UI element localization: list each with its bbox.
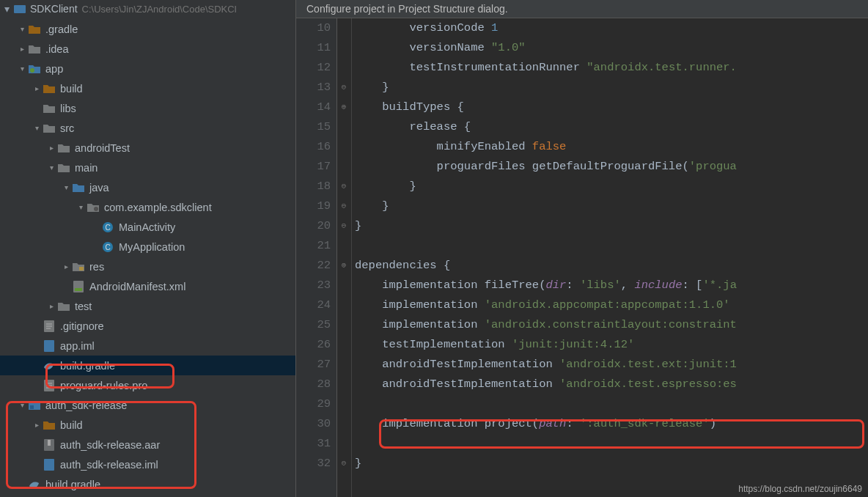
chevron-down-icon[interactable]: ▾	[45, 162, 57, 174]
tree-item-src[interactable]: ▾src	[0, 118, 295, 138]
tree-item-build-gradle[interactable]: build.gradle	[0, 474, 295, 494]
tree-item-auth-sdk-release-iml[interactable]: auth_sdk-release.iml	[0, 454, 295, 474]
line-number: 26	[305, 335, 331, 355]
fold-marker-icon[interactable]: ⊖	[339, 459, 348, 468]
tree-item-build-gradle[interactable]: build.gradle	[0, 356, 295, 375]
tree-item-label: proguard-rules.pro	[60, 380, 147, 391]
tree-item-label: build	[60, 83, 83, 95]
tree-item-test[interactable]: ▸test	[0, 296, 295, 316]
tree-item-res[interactable]: ▸res	[0, 257, 295, 276]
tree-item--gitignore[interactable]: .gitignore	[0, 316, 295, 336]
chevron-down-icon[interactable]: ▾	[75, 202, 87, 213]
chevron-right-icon[interactable]: ▸	[31, 419, 43, 431]
tree-item-proguard-rules-pro[interactable]: proguard-rules.pro	[0, 375, 295, 395]
line-number: 21	[305, 236, 331, 256]
code-line[interactable]	[355, 394, 868, 414]
chevron-down-icon[interactable]: ▾	[16, 23, 28, 35]
tree-item-app[interactable]: ▾app	[0, 59, 295, 78]
tree-item-libs[interactable]: libs	[0, 98, 295, 118]
fold-marker-icon[interactable]: ⊕	[339, 103, 348, 111]
tree-item-label: build.gradle	[45, 479, 100, 490]
svg-rect-14	[44, 340, 54, 352]
tree-item-build[interactable]: ▸build	[0, 78, 295, 98]
tree-item-androidtest[interactable]: ▸androidTest	[0, 138, 295, 158]
chevron-down-icon[interactable]: ▾	[31, 122, 43, 134]
fold-column[interactable]: ⊖⊕⊖⊖⊖⊕⊖	[337, 18, 352, 497]
tree-item-label: .gitignore	[60, 320, 104, 332]
code-line[interactable]: androidTestImplementation 'androidx.test…	[355, 375, 868, 394]
code-line[interactable]: androidTestImplementation 'androidx.test…	[355, 355, 868, 375]
project-icon	[14, 4, 26, 14]
fold-marker-icon[interactable]: ⊖	[339, 221, 348, 230]
chevron-down-icon[interactable]: ▾	[16, 400, 28, 411]
line-number: 32	[305, 454, 331, 474]
tree-item-myapplication[interactable]: CMyApplication	[0, 237, 295, 257]
tree-item-java[interactable]: ▾java	[0, 177, 295, 197]
code-line[interactable]: }	[355, 454, 868, 474]
tree-item--idea[interactable]: ▸.idea	[0, 39, 295, 59]
code-line[interactable]: release {	[355, 117, 868, 137]
tree-item-label: AndroidManifest.xml	[89, 281, 185, 292]
chevron-right-icon[interactable]: ▸	[45, 301, 57, 312]
code-line[interactable]: testImplementation 'junit:junit:4.12'	[355, 335, 868, 355]
svg-text:C: C	[105, 243, 110, 251]
code-content[interactable]: versionCode 1 versionName "1.0" testInst…	[352, 18, 868, 497]
code-line[interactable]: buildTypes {	[355, 97, 868, 117]
code-line[interactable]: implementation 'androidx.constraintlayou…	[355, 315, 868, 335]
code-line[interactable]: versionCode 1	[355, 18, 868, 38]
folder-grey-icon	[57, 301, 70, 312]
code-line[interactable]: dependencies {	[355, 256, 868, 276]
line-number: 15	[305, 117, 331, 137]
code-line[interactable]: implementation project(path: ':auth_sdk-…	[355, 414, 868, 434]
tree-item-auth-sdk-release-aar[interactable]: auth_sdk-release.aar	[0, 435, 295, 454]
tree-item-main[interactable]: ▾main	[0, 158, 295, 177]
tree-item-androidmanifest-xml[interactable]: AndroidManifest.xml	[0, 276, 295, 296]
project-root-header[interactable]: ▾ SDKClient C:\Users\Jin\ZJAndroid\Code\…	[0, 0, 295, 18]
tree-item-label: main	[75, 162, 98, 174]
chevron-right-icon[interactable]: ▸	[16, 43, 28, 55]
code-line[interactable]: implementation 'androidx.appcompat:appco…	[355, 295, 868, 315]
tree-item-com-example-sdkclient[interactable]: ▾com.example.sdkclient	[0, 197, 295, 217]
fold-marker-icon[interactable]: ⊕	[339, 261, 348, 270]
tree-item-build[interactable]: ▸build	[0, 415, 295, 435]
tree-item-app-iml[interactable]: app.iml	[0, 336, 295, 356]
project-tree-panel[interactable]: ▾ SDKClient C:\Users\Jin\ZJAndroid\Code\…	[0, 0, 296, 497]
project-path: C:\Users\Jin\ZJAndroid\Code\SDKCl	[82, 4, 237, 15]
code-line[interactable]	[355, 434, 868, 454]
svg-point-2	[94, 207, 98, 211]
code-line[interactable]: versionName "1.0"	[355, 38, 868, 58]
fold-marker-icon[interactable]: ⊖	[339, 202, 348, 210]
tree-item-label: build	[60, 419, 83, 431]
iml-file-icon	[43, 340, 56, 352]
line-number: 30	[305, 414, 331, 434]
tree-item-auth-sdk-release[interactable]: ▾auth_sdk-release	[0, 395, 295, 415]
code-line[interactable]: proguardFiles getDefaultProguardFile('pr…	[355, 157, 868, 177]
code-line[interactable]: }	[355, 216, 868, 236]
fold-marker-icon[interactable]: ⊖	[339, 83, 348, 92]
folder-res-icon	[72, 261, 85, 273]
chevron-right-icon[interactable]: ▸	[60, 261, 72, 273]
chevron-down-icon[interactable]: ▾	[16, 63, 28, 75]
arrow-spacer	[31, 320, 43, 332]
line-number: 25	[305, 315, 331, 335]
chevron-right-icon[interactable]: ▸	[31, 83, 43, 95]
code-line[interactable]: }	[355, 78, 868, 97]
chevron-right-icon[interactable]: ▸	[45, 142, 57, 154]
archive-file-icon	[43, 439, 56, 451]
editor-pane[interactable]: Configure project in Project Structure d…	[296, 0, 868, 497]
configure-hint-bar[interactable]: Configure project in Project Structure d…	[296, 0, 868, 18]
tree-item-mainactivity[interactable]: CMainActivity	[0, 217, 295, 237]
code-line[interactable]: }	[355, 196, 868, 216]
code-line[interactable]: testInstrumentationRunner "androidx.test…	[355, 58, 868, 78]
tree-item--gradle[interactable]: ▾.gradle	[0, 19, 295, 39]
chevron-down-icon[interactable]: ▾	[60, 182, 72, 194]
code-line[interactable]: }	[355, 177, 868, 196]
code-line[interactable]: minifyEnabled false	[355, 137, 868, 157]
code-line[interactable]	[355, 236, 868, 256]
tree-item-label: MainActivity	[119, 221, 175, 233]
tree-item-label: java	[89, 182, 109, 194]
code-line[interactable]: implementation fileTree(dir: 'libs', inc…	[355, 276, 868, 295]
fold-marker-icon[interactable]: ⊖	[339, 182, 348, 191]
tree-item-label: com.example.sdkclient	[104, 202, 212, 213]
line-number: 27	[305, 355, 331, 375]
